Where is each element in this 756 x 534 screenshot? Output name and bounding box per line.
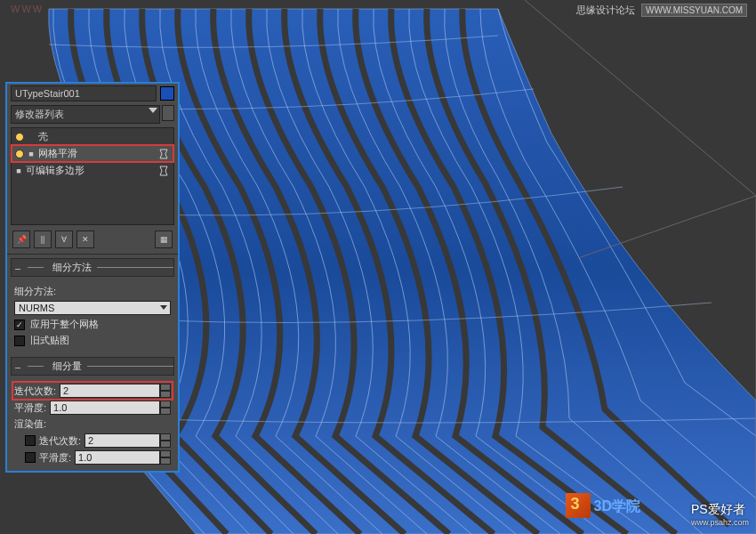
spinner-up-button[interactable]: [160, 400, 171, 408]
object-color-swatch[interactable]: [160, 86, 174, 101]
lightbulb-icon[interactable]: [15, 133, 24, 142]
spinner-down-button[interactable]: [160, 457, 171, 465]
lightbulb-icon[interactable]: [15, 150, 24, 158]
smoothness-input[interactable]: [50, 400, 160, 415]
modifier-stack[interactable]: 壳 ■ 网格平滑 ■ 可编辑多边形: [11, 127, 174, 225]
pin-stack-button[interactable]: 📌: [12, 231, 30, 248]
modifier-list-dropdown[interactable]: 修改器列表: [11, 105, 160, 124]
show-end-result-icon: [157, 166, 170, 176]
stack-item-editable-poly[interactable]: ■ 可编辑多边形: [12, 162, 173, 179]
method-label: 细分方法:: [14, 285, 56, 298]
configure-sets-button[interactable]: ▦: [155, 231, 173, 248]
rollout-subdivision-amount[interactable]: – 细分量: [11, 357, 174, 376]
render-smoothness-checkbox[interactable]: [25, 452, 36, 463]
spinner-down-button[interactable]: [160, 441, 171, 448]
spinner-down-button[interactable]: [160, 391, 171, 398]
render-iterations-checkbox[interactable]: [25, 435, 36, 446]
render-iterations-input[interactable]: [84, 433, 160, 448]
iterations-row: 迭代次数:: [14, 384, 171, 398]
spinner-up-button[interactable]: [160, 384, 171, 391]
watermark-top-left: WWW: [11, 4, 44, 14]
watermark-3d-logo: 3D学院: [566, 493, 640, 522]
spinner-down-button[interactable]: [160, 408, 171, 415]
object-name-field[interactable]: UTypeStair001: [11, 85, 157, 101]
modifier-panel: UTypeStair001 修改器列表 壳 ■ 网格平滑 ■ 可编辑多边形 📌 …: [5, 82, 180, 473]
checkbox-icon: [14, 320, 25, 330]
checkbox-icon: [14, 336, 25, 346]
old-style-checkbox[interactable]: 旧式贴图: [14, 334, 171, 347]
show-end-result-icon: [157, 149, 170, 159]
render-smoothness-input[interactable]: [75, 450, 160, 465]
render-values-label: 渲染值:: [14, 417, 46, 431]
modifier-sets-button[interactable]: [162, 105, 174, 121]
spinner-up-button[interactable]: [160, 450, 171, 457]
watermark-top-right: 思缘设计论坛 WWW.MISSYUAN.COM: [576, 4, 747, 17]
iterations-input[interactable]: [60, 384, 160, 398]
spinner-up-button[interactable]: [160, 433, 171, 441]
stack-item-meshsmooth[interactable]: ■ 网格平滑: [12, 145, 173, 162]
remove-modifier-button[interactable]: ✕: [76, 231, 94, 248]
stack-item-shell[interactable]: 壳: [12, 128, 173, 145]
apply-whole-mesh-checkbox[interactable]: 应用于整个网格: [14, 318, 171, 331]
make-unique-button[interactable]: ∀: [55, 231, 73, 248]
stack-toolbar: 📌 || ∀ ✕ ▦: [7, 227, 178, 255]
rollout-subdivision-method[interactable]: – 细分方法: [11, 258, 174, 277]
watermark-bottom-right: PS爱好者 www.psahz.com: [691, 502, 749, 527]
method-dropdown[interactable]: NURMS: [14, 301, 171, 315]
show-end-result-button[interactable]: ||: [34, 231, 52, 248]
